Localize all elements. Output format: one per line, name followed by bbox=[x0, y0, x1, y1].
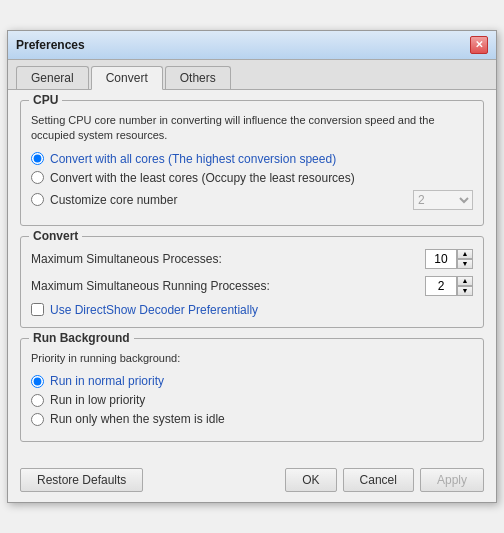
cpu-label-all[interactable]: Convert with all cores (The highest conv… bbox=[50, 152, 336, 166]
max-simultaneous-row: Maximum Simultaneous Processes: ▲ ▼ bbox=[31, 249, 473, 269]
max-running-spinbox-buttons: ▲ ▼ bbox=[457, 276, 473, 296]
bg-label-normal[interactable]: Run in normal priority bbox=[50, 374, 164, 388]
bg-idle-row: Run only when the system is idle bbox=[31, 412, 473, 426]
directshow-row: Use DirectShow Decoder Preferentially bbox=[31, 303, 473, 317]
max-running-up-button[interactable]: ▲ bbox=[457, 276, 473, 286]
cpu-label-custom[interactable]: Customize core number bbox=[50, 193, 177, 207]
footer: Restore Defaults OK Cancel Apply bbox=[8, 462, 496, 502]
tab-convert[interactable]: Convert bbox=[91, 66, 163, 90]
tab-others[interactable]: Others bbox=[165, 66, 231, 89]
bg-label-low[interactable]: Run in low priority bbox=[50, 393, 145, 407]
cpu-label-least[interactable]: Convert with the least cores (Occupy the… bbox=[50, 171, 355, 185]
bg-low-row: Run in low priority bbox=[31, 393, 473, 407]
cpu-option-least: Convert with the least cores (Occupy the… bbox=[31, 171, 473, 185]
close-button[interactable]: ✕ bbox=[470, 36, 488, 54]
title-bar: Preferences ✕ bbox=[8, 31, 496, 60]
cpu-radio-all[interactable] bbox=[31, 152, 44, 165]
max-simultaneous-up-button[interactable]: ▲ bbox=[457, 249, 473, 259]
core-number-dropdown[interactable]: 2 1 3 4 bbox=[413, 190, 473, 210]
cpu-radio-custom[interactable] bbox=[31, 193, 44, 206]
restore-defaults-button[interactable]: Restore Defaults bbox=[20, 468, 143, 492]
max-simultaneous-label: Maximum Simultaneous Processes: bbox=[31, 252, 425, 266]
preferences-window: Preferences ✕ General Convert Others CPU… bbox=[7, 30, 497, 503]
bg-normal-row: Run in normal priority bbox=[31, 374, 473, 388]
tab-content: CPU Setting CPU core number in convertin… bbox=[8, 90, 496, 462]
tab-general[interactable]: General bbox=[16, 66, 89, 89]
max-simultaneous-input[interactable] bbox=[425, 249, 457, 269]
cpu-group-label: CPU bbox=[29, 93, 62, 107]
max-simultaneous-spinbox: ▲ ▼ bbox=[425, 249, 473, 269]
convert-group-body: Maximum Simultaneous Processes: ▲ ▼ Maxi… bbox=[31, 249, 473, 317]
cancel-button[interactable]: Cancel bbox=[343, 468, 414, 492]
cpu-group: CPU Setting CPU core number in convertin… bbox=[20, 100, 484, 226]
cpu-radio-least[interactable] bbox=[31, 171, 44, 184]
window-title: Preferences bbox=[16, 38, 85, 52]
run-background-group: Run Background Priority in running backg… bbox=[20, 338, 484, 442]
run-background-desc: Priority in running background: bbox=[31, 351, 473, 366]
bg-radio-idle[interactable] bbox=[31, 413, 44, 426]
cpu-option-custom: Customize core number 2 1 3 4 bbox=[31, 190, 473, 210]
run-background-label: Run Background bbox=[29, 331, 134, 345]
tabs-row: General Convert Others bbox=[8, 60, 496, 90]
max-running-spinbox: ▲ ▼ bbox=[425, 276, 473, 296]
bg-label-idle[interactable]: Run only when the system is idle bbox=[50, 412, 225, 426]
directshow-label[interactable]: Use DirectShow Decoder Preferentially bbox=[50, 303, 258, 317]
bg-radio-low[interactable] bbox=[31, 394, 44, 407]
cpu-group-body: Setting CPU core number in converting wi… bbox=[31, 113, 473, 210]
convert-group-label: Convert bbox=[29, 229, 82, 243]
max-running-label: Maximum Simultaneous Running Processes: bbox=[31, 279, 425, 293]
max-running-input[interactable] bbox=[425, 276, 457, 296]
ok-button[interactable]: OK bbox=[285, 468, 336, 492]
cpu-description: Setting CPU core number in converting wi… bbox=[31, 113, 473, 144]
max-running-row: Maximum Simultaneous Running Processes: … bbox=[31, 276, 473, 296]
apply-button[interactable]: Apply bbox=[420, 468, 484, 492]
max-simultaneous-spinbox-buttons: ▲ ▼ bbox=[457, 249, 473, 269]
convert-group: Convert Maximum Simultaneous Processes: … bbox=[20, 236, 484, 328]
directshow-checkbox[interactable] bbox=[31, 303, 44, 316]
run-background-body: Priority in running background: Run in n… bbox=[31, 351, 473, 426]
cpu-option-all: Convert with all cores (The highest conv… bbox=[31, 152, 473, 166]
max-simultaneous-down-button[interactable]: ▼ bbox=[457, 259, 473, 269]
max-running-down-button[interactable]: ▼ bbox=[457, 286, 473, 296]
bg-radio-normal[interactable] bbox=[31, 375, 44, 388]
